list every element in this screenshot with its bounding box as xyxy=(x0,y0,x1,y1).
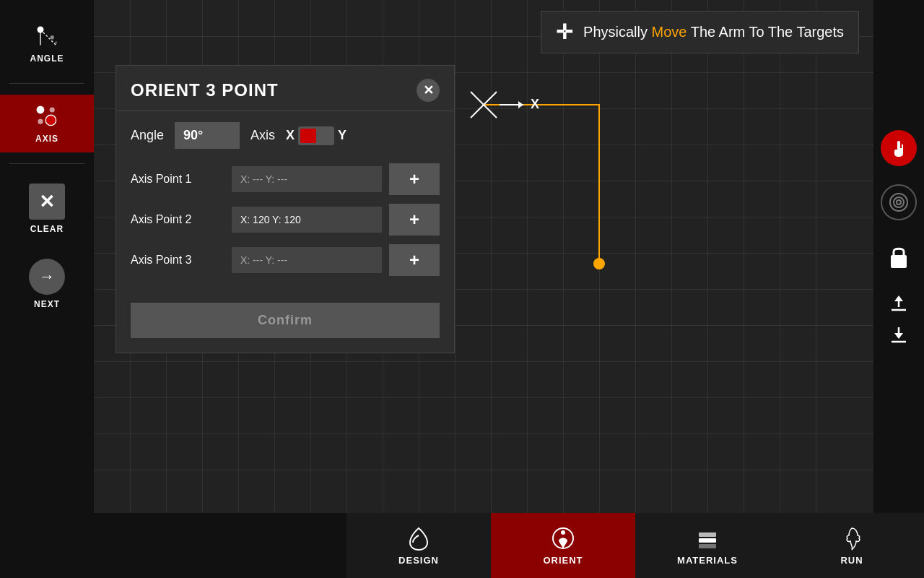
grid-line xyxy=(780,0,780,513)
modal-body: Angle Axis X Y Axis Point 1 X: --- Y: --… xyxy=(116,111,454,296)
grid-line xyxy=(635,0,636,513)
upload-icon xyxy=(889,293,909,313)
grid-line xyxy=(599,0,600,513)
axis-point-1-coords: X: --- Y: --- xyxy=(232,166,382,192)
top-notification: ✛ Physically Move The Arm To The Targets xyxy=(541,11,859,53)
axis-toggle-switch[interactable] xyxy=(298,126,334,145)
grid-line xyxy=(94,397,873,398)
svg-rect-28 xyxy=(699,532,716,537)
right-sidebar xyxy=(873,0,924,513)
svg-point-7 xyxy=(51,35,54,39)
notification-text-after: The Arm To The Targets xyxy=(687,24,844,40)
axis-point-3-row: Axis Point 3 X: --- Y: --- + xyxy=(131,244,440,276)
grid-line xyxy=(94,361,873,362)
upload-button[interactable] xyxy=(889,293,909,317)
next-button[interactable]: → NEXT xyxy=(0,250,94,318)
axis-point-3-label: Axis Point 3 xyxy=(131,254,225,267)
svg-marker-20 xyxy=(894,296,903,301)
left-sidebar: ANGLE AXIS ✕ CLEAR → NEXT xyxy=(0,0,94,513)
grid-line xyxy=(816,0,816,513)
svg-point-16 xyxy=(894,197,904,207)
grid-line xyxy=(744,0,744,513)
confirm-button[interactable]: Confirm xyxy=(131,303,440,338)
grid-line xyxy=(563,0,564,513)
clear-x-icon: ✕ xyxy=(29,184,65,220)
axis-point-1-add-button[interactable]: + xyxy=(389,163,440,195)
tab-run[interactable]: RUN xyxy=(780,513,924,578)
grid-line xyxy=(94,470,873,470)
orient-3-point-modal: ORIENT 3 POINT ✕ Angle Axis X Y Axis Poi… xyxy=(116,65,455,353)
sidebar-divider-2 xyxy=(9,163,84,164)
axis-point-1-row: Axis Point 1 X: --- Y: --- + xyxy=(131,163,440,195)
angle-label: Angle xyxy=(131,128,164,143)
modal-header: ORIENT 3 POINT ✕ xyxy=(116,66,454,111)
grid-line xyxy=(707,0,708,513)
hand-icon xyxy=(889,138,909,158)
grid-line xyxy=(94,434,873,434)
tab-materials[interactable]: MATERIALS xyxy=(635,513,780,578)
axis-point-3-add-button[interactable]: + xyxy=(389,244,440,276)
axis-point-2-add-button[interactable]: + xyxy=(389,204,440,236)
modal-title: ORIENT 3 POINT xyxy=(131,80,279,100)
clear-button[interactable]: ✕ CLEAR xyxy=(0,175,94,243)
tab-spacer xyxy=(0,513,346,578)
next-label: NEXT xyxy=(34,299,60,309)
svg-point-13 xyxy=(38,119,43,124)
svg-point-26 xyxy=(561,530,565,535)
svg-point-12 xyxy=(50,107,55,112)
bottom-tab-bar: DESIGN ORIENT MATERIALS RUN xyxy=(0,513,924,578)
angle-label: ANGLE xyxy=(30,53,64,64)
axis-y-label: Y xyxy=(338,128,346,143)
grid-line xyxy=(491,0,492,513)
orient-tab-label: ORIENT xyxy=(543,555,583,566)
run-tab-icon xyxy=(839,525,865,551)
axis-point-2-row: Axis Point 2 X: 120 Y: 120 + xyxy=(131,204,440,236)
download-icon xyxy=(889,323,909,343)
svg-point-17 xyxy=(897,200,901,204)
tab-orient[interactable]: ORIENT xyxy=(491,513,635,578)
crosshair-icon: ✛ xyxy=(556,20,572,44)
angle-input[interactable] xyxy=(175,122,240,149)
sidebar-divider xyxy=(9,83,84,84)
tab-design[interactable]: DESIGN xyxy=(346,513,491,578)
lock-button[interactable] xyxy=(881,238,917,275)
axis-toggle[interactable]: X Y xyxy=(286,126,346,145)
axis-point-2-coords: X: 120 Y: 120 xyxy=(232,207,382,233)
notification-highlight: Move xyxy=(652,24,687,40)
design-tab-label: DESIGN xyxy=(398,555,439,566)
notification-text: Physically Move The Arm To The Targets xyxy=(583,24,844,40)
svg-point-11 xyxy=(37,106,45,114)
angle-axis-row: Angle Axis X Y xyxy=(131,122,440,149)
axis-point-1-label: Axis Point 1 xyxy=(131,173,225,186)
axis-label: AXIS xyxy=(35,134,58,144)
axis-icon xyxy=(34,103,60,129)
grid-line xyxy=(455,0,456,513)
upload-download-group xyxy=(889,293,909,348)
grid-line xyxy=(671,0,672,513)
grid-line xyxy=(527,0,528,513)
next-arrow-icon: → xyxy=(29,259,65,295)
axis-point-2-label: Axis Point 2 xyxy=(131,213,225,226)
design-tab-icon xyxy=(406,525,432,551)
materials-tab-icon xyxy=(694,525,720,551)
svg-rect-18 xyxy=(891,255,907,268)
toggle-knob xyxy=(300,129,316,143)
svg-point-14 xyxy=(45,115,56,125)
axis-x-label: X xyxy=(286,128,295,143)
angle-icon xyxy=(34,23,60,49)
svg-point-15 xyxy=(890,194,907,211)
sidebar-item-axis[interactable]: AXIS xyxy=(0,95,94,152)
sidebar-item-angle[interactable]: ANGLE xyxy=(0,14,94,72)
svg-marker-23 xyxy=(894,333,903,339)
download-button[interactable] xyxy=(889,323,909,348)
orient-tab-icon xyxy=(550,525,576,551)
modal-close-button[interactable]: ✕ xyxy=(417,79,440,102)
svg-rect-27 xyxy=(699,538,716,543)
target-button[interactable] xyxy=(881,184,917,220)
materials-tab-label: MATERIALS xyxy=(677,555,738,566)
svg-point-8 xyxy=(55,41,58,44)
axis-point-3-coords: X: --- Y: --- xyxy=(232,247,382,273)
lock-icon xyxy=(888,244,910,269)
svg-rect-29 xyxy=(699,544,716,548)
hand-button[interactable] xyxy=(881,130,917,166)
